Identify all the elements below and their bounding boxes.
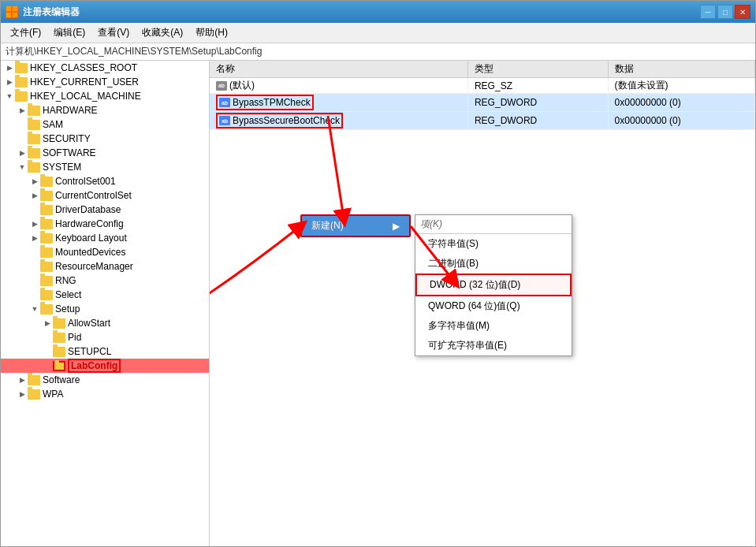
tree-item-setup[interactable]: ▼ Setup [1, 302, 209, 316]
expand-icon: ▼ [4, 91, 15, 102]
folder-icon [15, 77, 28, 87]
ctx-item-label: DWORD (32 位)值(D) [430, 278, 520, 292]
minimize-button[interactable]: ─ [700, 5, 716, 19]
reg-name: ab(默认) [210, 78, 467, 94]
expand-icon: ▶ [17, 389, 28, 400]
folder-icon [28, 106, 40, 116]
folder-icon [53, 347, 65, 357]
right-panel: 名称 类型 数据 ab(默认) REG_SZ (数值未设置) [210, 61, 755, 546]
reg-data: (数值未设置) [608, 78, 754, 94]
tree-item-keyboard-layout[interactable]: ▶ Keyboard Layout [1, 231, 209, 245]
tree-item-current-user[interactable]: ▶ HKEY_CURRENT_USER [1, 75, 209, 89]
tree-item-local-machine[interactable]: ▼ HKEY_LOCAL_MACHINE [1, 89, 209, 103]
tree-label: MountedDevices [55, 247, 125, 258]
ctx-item-dword[interactable]: DWORD (32 位)值(D) [415, 274, 572, 296]
tree-item-controlset001[interactable]: ▶ ControlSet001 [1, 174, 209, 188]
tree-item-driverdatabase[interactable]: DriverDatabase [1, 203, 209, 217]
table-row[interactable]: abBypassSecureBootCheck REG_DWORD 0x0000… [210, 112, 755, 130]
expand-icon [29, 275, 40, 286]
ctx-item-label: 字符串值(S) [428, 237, 479, 251]
reg-type: REG_SZ [467, 78, 608, 94]
tree-label: HARDWARE [43, 105, 98, 116]
ctx-item-qword[interactable]: QWORD (64 位)值(Q) [415, 296, 572, 316]
menu-favorites[interactable]: 收藏夹(A) [136, 24, 189, 41]
folder-icon [28, 134, 40, 144]
folder-icon [53, 361, 65, 371]
table-row[interactable]: ab(默认) REG_SZ (数值未设置) [210, 78, 755, 94]
tree-label-labconfig: LabConfig [68, 359, 121, 373]
folder-icon [40, 276, 53, 286]
expand-icon [29, 261, 40, 272]
svg-rect-0 [6, 6, 11, 11]
dword-icon: ab [219, 116, 230, 125]
expand-icon: ▶ [29, 218, 40, 229]
ctx-item-label: 二进制值(B) [428, 257, 479, 270]
expand-icon: ▶ [29, 233, 40, 244]
tree-label: ControlSet001 [55, 176, 116, 187]
maximize-button[interactable]: □ [717, 5, 733, 19]
folder-icon [40, 304, 53, 314]
folder-icon [40, 177, 53, 187]
tree-label: ResourceManager [55, 261, 133, 272]
tree-item-hardwareconfig[interactable]: ▶ HardwareConfig [1, 217, 209, 231]
close-button[interactable]: ✕ [735, 5, 750, 19]
ctx-item-string[interactable]: 字符串值(S) [415, 234, 572, 254]
tree-item-hardware[interactable]: ▶ HARDWARE [1, 103, 209, 117]
tree-item-system[interactable]: ▼ SYSTEM [1, 160, 209, 174]
ctx-item-binary[interactable]: 二进制值(B) [415, 254, 572, 274]
menu-help[interactable]: 帮助(H) [189, 24, 234, 41]
tree-item-sam[interactable]: SAM [1, 117, 209, 132]
menu-bar: 文件(F) 编辑(E) 查看(V) 收藏夹(A) 帮助(H) [1, 23, 755, 43]
menu-file[interactable]: 文件(F) [4, 24, 47, 41]
tree-item-allowstart[interactable]: ▶ AllowStart [1, 316, 209, 330]
tree-item-classes-root[interactable]: ▶ HKEY_CLASSES_ROOT [1, 61, 209, 75]
tree-item-wpa[interactable]: ▶ WPA [1, 387, 209, 401]
ctx-item-multistring[interactable]: 多字符串值(M) [415, 316, 572, 336]
tree-label: Software [43, 374, 80, 385]
tree-item-mounteddevices[interactable]: MountedDevices [1, 245, 209, 259]
tree-item-software[interactable]: ▶ SOFTWARE [1, 146, 209, 160]
col-data: 数据 [608, 61, 754, 78]
tree-label: AllowStart [68, 318, 110, 329]
tree-label: SYSTEM [43, 162, 81, 173]
folder-icon [28, 148, 40, 158]
menu-view[interactable]: 查看(V) [91, 24, 136, 41]
folder-icon [40, 247, 53, 258]
tree-panel: ▶ HKEY_CLASSES_ROOT ▶ HKEY_CURRENT_USER … [1, 61, 210, 546]
title-bar: 注册表编辑器 ─ □ ✕ [1, 1, 755, 23]
ctx-item-expandstring[interactable]: 可扩充字符串值(E) [415, 336, 572, 355]
new-menu-button[interactable]: 新建(N) ▶ [300, 214, 411, 237]
expand-icon: ▶ [17, 105, 28, 116]
tree-item-security[interactable]: SECURITY [1, 132, 209, 146]
expand-icon [29, 289, 40, 300]
expand-icon [42, 360, 53, 371]
tree-label: WPA [43, 389, 63, 400]
tree-item-labconfig[interactable]: LabConfig [1, 359, 209, 373]
expand-icon: ▼ [17, 162, 28, 173]
context-menu-area: 新建(N) ▶ 项(K) 字符串值(S) 二进制值(B) DWORD (32 位… [300, 214, 411, 237]
tree-item-setupcl[interactable]: SETUPCL [1, 344, 209, 359]
menu-edit[interactable]: 编辑(E) [47, 24, 91, 41]
tree-label: HKEY_LOCAL_MACHINE [30, 91, 141, 102]
expand-icon: ▶ [4, 62, 15, 73]
reg-data: 0x00000000 (0) [608, 112, 754, 130]
col-name: 名称 [210, 61, 467, 78]
table-row[interactable]: abBypassTPMCheck REG_DWORD 0x00000000 (0… [210, 94, 755, 112]
window-title: 注册表编辑器 [23, 6, 695, 19]
tree-item-currentcontrolset[interactable]: ▶ CurrentControlSet [1, 188, 209, 203]
tree-item-select[interactable]: Select [1, 288, 209, 302]
expand-icon: ▶ [29, 190, 40, 201]
folder-icon [40, 262, 53, 272]
col-type: 类型 [467, 61, 608, 78]
app-icon [6, 6, 18, 18]
tree-label: SECURITY [43, 133, 91, 144]
reg-type: REG_DWORD [467, 112, 608, 130]
tree-item-pid[interactable]: Pid [1, 330, 209, 344]
tree-item-resourcemanager[interactable]: ResourceManager [1, 259, 209, 274]
tree-item-software-bottom[interactable]: ▶ Software [1, 373, 209, 387]
tree-item-rng[interactable]: RNG [1, 274, 209, 288]
ab-icon: ab [216, 81, 227, 91]
tree-label: Select [55, 289, 81, 300]
window-controls: ─ □ ✕ [700, 5, 750, 19]
expand-icon [17, 119, 28, 130]
